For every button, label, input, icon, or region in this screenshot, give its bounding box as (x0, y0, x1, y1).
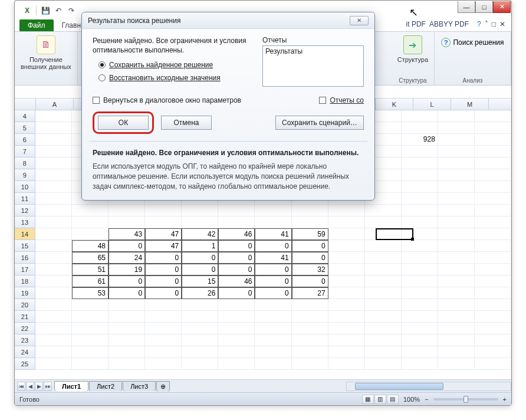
row-header[interactable]: 10 (15, 181, 35, 193)
cell[interactable] (35, 158, 72, 169)
zoom-slider[interactable] (433, 398, 498, 401)
cell[interactable]: 47 (145, 240, 182, 252)
cell[interactable] (35, 334, 72, 346)
row-header[interactable]: 12 (15, 205, 35, 216)
cell[interactable] (182, 311, 218, 323)
cell[interactable]: 42 (182, 228, 218, 240)
cell[interactable]: 32 (292, 264, 328, 275)
col-header[interactable]: K (376, 99, 413, 110)
cell[interactable]: 0 (182, 252, 218, 264)
cell[interactable] (365, 334, 402, 346)
cell[interactable] (35, 323, 72, 334)
cell[interactable] (218, 216, 255, 228)
cell[interactable] (35, 228, 72, 240)
cell[interactable] (475, 323, 511, 334)
cell[interactable]: 15 (182, 275, 218, 287)
sheet-nav-last-icon[interactable]: ⏭ (44, 382, 52, 391)
cell[interactable] (328, 334, 365, 346)
cell[interactable] (35, 169, 72, 181)
cell[interactable]: 0 (218, 264, 255, 275)
cell[interactable]: 46 (218, 275, 255, 287)
cell[interactable] (402, 240, 438, 252)
cell[interactable] (218, 205, 255, 216)
cell[interactable] (35, 264, 72, 275)
cell[interactable] (475, 299, 511, 311)
structure-button[interactable]: ➔ Структура (397, 35, 428, 63)
cell[interactable] (328, 311, 365, 323)
cell[interactable] (365, 323, 402, 334)
cell[interactable] (438, 275, 475, 287)
cell[interactable] (402, 193, 438, 205)
cell[interactable] (402, 122, 438, 134)
reports-listbox[interactable]: Результаты (262, 45, 364, 87)
cell[interactable] (145, 216, 182, 228)
cancel-button[interactable]: Отмена (161, 116, 212, 130)
cell[interactable] (255, 323, 291, 334)
row-header[interactable]: 6 (15, 134, 35, 146)
cell[interactable] (328, 205, 365, 216)
cell[interactable] (402, 299, 438, 311)
cell[interactable] (218, 323, 255, 334)
ribbon-restore-icon[interactable]: □ (492, 20, 496, 28)
cell[interactable] (145, 358, 182, 370)
cell[interactable] (438, 169, 475, 181)
cell[interactable] (438, 146, 475, 158)
ribbon-collapse-icon[interactable]: ˄ (485, 20, 488, 28)
cell[interactable] (438, 346, 475, 358)
cell[interactable] (35, 193, 72, 205)
row-header[interactable]: 23 (15, 334, 35, 346)
checkbox-outline-reports[interactable]: Отчеты со (319, 96, 364, 104)
cell[interactable] (328, 287, 365, 299)
sheet-tab-new[interactable]: ⊕ (156, 381, 170, 392)
cell[interactable]: 0 (292, 275, 328, 287)
cell[interactable]: 19 (109, 264, 145, 275)
cell[interactable] (35, 287, 72, 299)
cell[interactable]: 0 (255, 287, 291, 299)
cell[interactable] (218, 299, 255, 311)
cell[interactable]: 43 (109, 228, 145, 240)
col-header[interactable]: M (451, 99, 489, 110)
zoom-in-icon[interactable]: + (503, 396, 507, 403)
cell[interactable] (475, 158, 511, 169)
ok-button[interactable]: ОК (98, 116, 149, 130)
cell[interactable] (109, 323, 145, 334)
cell[interactable] (402, 146, 438, 158)
checkbox-return-dialog[interactable]: Вернуться в диалоговое окно параметров (93, 96, 241, 104)
row-header[interactable]: 8 (15, 158, 35, 169)
row-header[interactable]: 20 (15, 299, 35, 311)
cell[interactable] (475, 264, 511, 275)
cell[interactable] (35, 311, 72, 323)
cell[interactable] (109, 311, 145, 323)
cell[interactable] (438, 216, 475, 228)
cell[interactable] (328, 240, 365, 252)
row-header[interactable]: 18 (15, 275, 35, 287)
cell[interactable] (328, 323, 365, 334)
cell[interactable] (182, 334, 218, 346)
cell[interactable] (365, 205, 402, 216)
cell[interactable]: 59 (292, 228, 328, 240)
cell[interactable] (109, 358, 145, 370)
cell[interactable] (438, 287, 475, 299)
cell[interactable] (328, 275, 365, 287)
ribbon-close-icon[interactable]: ✕ (499, 20, 505, 28)
cell[interactable] (365, 358, 402, 370)
cell[interactable]: 48 (72, 240, 109, 252)
cell[interactable] (438, 110, 475, 122)
cell[interactable]: 0 (218, 287, 255, 299)
cell[interactable]: 0 (109, 275, 145, 287)
sheet-tab-2[interactable]: Лист2 (89, 381, 122, 391)
cell[interactable] (438, 299, 475, 311)
dialog-close-button[interactable]: ✕ (350, 16, 369, 25)
cell[interactable] (109, 205, 145, 216)
cell[interactable] (182, 323, 218, 334)
cell[interactable]: 0 (109, 287, 145, 299)
zoom-out-icon[interactable]: − (425, 396, 428, 403)
cell[interactable]: 24 (109, 252, 145, 264)
window-minimize-button[interactable]: — (458, 1, 475, 13)
cell[interactable] (35, 146, 72, 158)
cell[interactable] (35, 299, 72, 311)
cell[interactable] (438, 323, 475, 334)
cell[interactable] (475, 216, 511, 228)
cell[interactable] (438, 181, 475, 193)
view-pagebreak-icon[interactable]: ▤ (387, 395, 399, 404)
